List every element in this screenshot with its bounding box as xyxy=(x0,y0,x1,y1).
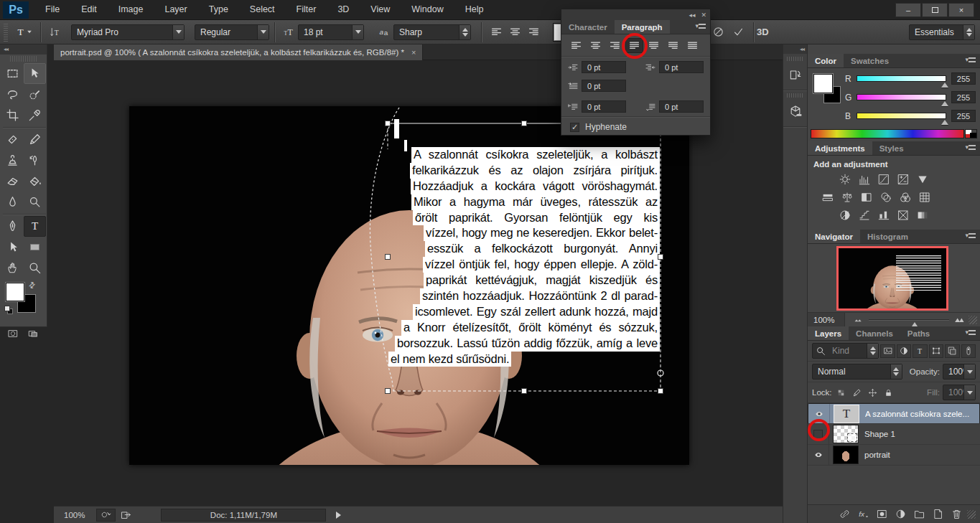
text-line[interactable]: el nem kezd sűrűsödni. xyxy=(388,352,511,367)
eyedropper-tool[interactable] xyxy=(24,105,46,126)
swap-colors-icon[interactable]: ⇄ xyxy=(27,280,38,291)
quick-selection-tool[interactable] xyxy=(24,84,46,105)
dock-collapse[interactable]: ◂◂ xyxy=(783,44,807,54)
tab-adjustments[interactable]: Adjustments xyxy=(808,141,872,155)
default-colors-icon[interactable] xyxy=(4,306,13,314)
channel-value[interactable]: 255 xyxy=(951,91,976,103)
visibility-toggle[interactable] xyxy=(808,424,829,444)
rectangular-marquee-tool[interactable] xyxy=(1,63,24,84)
foreground-color-swatch[interactable] xyxy=(6,283,24,301)
font-size-select[interactable]: 18 pt xyxy=(298,24,364,40)
menu-type[interactable]: Type xyxy=(198,0,239,19)
layer-row-a-szalonn-t-cs-kokra-szele[interactable]: TA szalonnát csíkokra szele... xyxy=(808,403,980,424)
align-left-button[interactable] xyxy=(567,38,585,53)
close-button[interactable]: × xyxy=(948,3,974,17)
text-line[interactable]: Hozzáadjuk a kockára vágott vöröshagymát… xyxy=(411,179,660,194)
lock-all-button[interactable] xyxy=(882,387,895,398)
menu-filter[interactable]: Filter xyxy=(286,0,327,19)
clone-stamp-tool[interactable] xyxy=(1,150,24,171)
layer-thumbnail-image[interactable] xyxy=(833,446,859,464)
restore-button[interactable] xyxy=(922,3,948,17)
blur-tool[interactable] xyxy=(1,192,24,212)
new-group-button[interactable] xyxy=(910,506,928,522)
align-text-left-button[interactable] xyxy=(487,24,505,41)
properties-panel-button[interactable] xyxy=(783,99,807,123)
cancel-edits-button[interactable] xyxy=(709,23,727,42)
shape-tool[interactable] xyxy=(24,237,46,258)
menu-window[interactable]: Window xyxy=(401,0,454,19)
menu-3d[interactable]: 3D xyxy=(327,0,360,19)
menu-help[interactable]: Help xyxy=(454,0,495,19)
levels-icon[interactable] xyxy=(854,170,874,188)
color-lookup-icon[interactable] xyxy=(915,188,934,206)
menu-view[interactable]: View xyxy=(360,0,401,19)
channel-mixer-icon[interactable] xyxy=(895,188,915,206)
pen-tool[interactable] xyxy=(1,216,24,237)
indent-right-input[interactable]: 0 pt xyxy=(659,61,704,73)
lock-position-button[interactable] xyxy=(867,387,879,398)
blend-mode-select[interactable]: Normal xyxy=(812,364,902,380)
delete-layer-button[interactable] xyxy=(947,506,966,522)
layer-filter-select[interactable]: Kind xyxy=(812,343,879,359)
link-layers-button[interactable] xyxy=(835,506,854,522)
lasso-tool[interactable] xyxy=(1,84,24,105)
slider-thumb[interactable] xyxy=(941,83,948,88)
menu-edit[interactable]: Edit xyxy=(70,0,108,19)
visibility-toggle[interactable] xyxy=(808,404,830,423)
zoom-out-icon[interactable] xyxy=(852,314,864,326)
toolbar-collapse[interactable]: ◂◂ xyxy=(0,44,47,55)
3d-workspace-button[interactable]: 3D xyxy=(754,23,772,42)
channel-value[interactable]: 255 xyxy=(951,72,976,85)
indent-left-input[interactable]: 0 pt xyxy=(582,61,626,73)
text-orientation-button[interactable]: T xyxy=(46,23,64,42)
color-balance-icon[interactable] xyxy=(837,188,857,206)
text-line[interactable]: szintén hozzáadjuk. Hozzáöntünk 2 dl par… xyxy=(420,288,660,304)
layer-row-portrait[interactable]: portrait xyxy=(808,445,980,466)
tab-channels[interactable]: Channels xyxy=(849,326,900,340)
panel-collapse-icon[interactable]: ◂◂ xyxy=(689,11,695,19)
filter-adjustment-layers-button[interactable] xyxy=(897,344,911,358)
tab-color[interactable]: Color xyxy=(808,54,844,67)
hyphenate-checkbox[interactable]: ✓ xyxy=(570,123,579,132)
menu-image[interactable]: Image xyxy=(108,0,154,19)
exposure-icon[interactable] xyxy=(893,170,913,188)
filter-shape-layers-button[interactable] xyxy=(929,344,943,358)
history-brush-tool[interactable] xyxy=(24,150,46,171)
screen-mode-button[interactable] xyxy=(23,326,43,341)
paragraph-panel-titlebar[interactable]: ◂◂ ✕ xyxy=(561,9,710,20)
panel-menu-icon[interactable]: ▾ xyxy=(965,54,980,67)
menu-layer[interactable]: Layer xyxy=(154,0,197,19)
status-menu-arrow[interactable] xyxy=(336,512,341,519)
opacity-select[interactable]: 100% xyxy=(943,364,976,380)
color-foreground-swatch[interactable] xyxy=(813,74,833,93)
text-line[interactable]: A szalonnát csíkokra szeleteljük, a kolb… xyxy=(411,147,660,163)
type-tool[interactable]: T xyxy=(24,216,46,237)
align-right-button[interactable] xyxy=(606,38,624,53)
filter-type-layers-button[interactable]: T xyxy=(913,344,927,358)
export-icon[interactable] xyxy=(120,509,132,521)
text-line[interactable]: vízzel, hogy meg ne keseredjen. Ekkor be… xyxy=(424,225,660,241)
channel-slider-g[interactable] xyxy=(857,94,946,100)
justify-all-button[interactable] xyxy=(683,38,701,53)
new-adjustment-layer-button[interactable] xyxy=(891,506,910,522)
lock-image-button[interactable] xyxy=(851,387,864,398)
move-tool[interactable] xyxy=(24,63,46,84)
panel-resize-grip[interactable] xyxy=(969,316,977,324)
minimize-button[interactable]: – xyxy=(895,3,921,17)
workflow-gear-icon[interactable] xyxy=(100,509,112,521)
text-line[interactable]: vízzel öntjük fel, hogy éppen ellepje. A… xyxy=(423,257,660,273)
healing-brush-tool[interactable] xyxy=(1,129,24,150)
text-line[interactable]: esszük a felkockázott burgonyát. Annyi xyxy=(425,241,660,257)
filter-pixel-layers-button[interactable] xyxy=(880,344,895,358)
tab-histogram[interactable]: Histogram xyxy=(860,230,915,243)
panel-menu-icon[interactable]: ▾ xyxy=(965,141,980,155)
new-layer-button[interactable] xyxy=(928,506,947,522)
paint-bucket-tool[interactable] xyxy=(24,171,46,192)
text-line[interactable]: a Knorr ételízesítőt, őrölt köményt és s… xyxy=(401,320,660,336)
posterize-icon[interactable] xyxy=(854,206,874,224)
menu-file[interactable]: File xyxy=(34,0,70,19)
brush-tool[interactable] xyxy=(24,129,46,150)
font-family-select[interactable]: Myriad Pro xyxy=(71,24,185,40)
brightness-contrast-icon[interactable] xyxy=(835,170,854,188)
toolbar-grip[interactable] xyxy=(10,56,37,62)
